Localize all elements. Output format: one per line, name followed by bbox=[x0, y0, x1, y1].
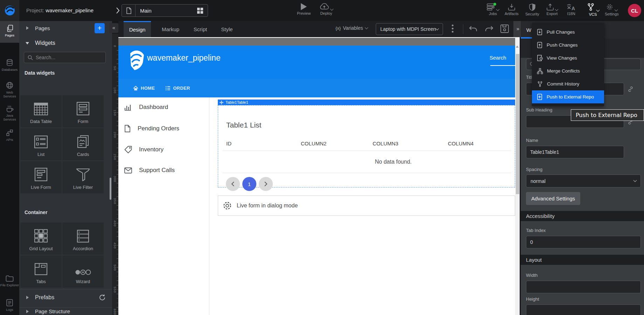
menu-item-dashboard[interactable]: Dashboard bbox=[124, 104, 168, 111]
menu-item-inventory[interactable]: Inventory bbox=[124, 146, 164, 153]
column-header-column2[interactable]: COLUMN2 bbox=[301, 141, 326, 146]
page-grid-icon[interactable] bbox=[197, 7, 203, 14]
name-field-label: Name bbox=[526, 138, 538, 143]
deploy-chevron-icon bbox=[330, 7, 334, 11]
tab-script[interactable]: Script bbox=[188, 21, 213, 37]
app-search-link[interactable]: Search bbox=[490, 55, 506, 61]
widget-tile-label: Wizard bbox=[76, 279, 90, 284]
export-button[interactable]: Export bbox=[546, 4, 558, 16]
rail-item-file-explorer[interactable]: File Explorer bbox=[0, 275, 19, 287]
data-table-icon bbox=[34, 102, 48, 116]
redo-button[interactable] bbox=[485, 25, 494, 33]
settings-button[interactable]: Settings bbox=[605, 3, 619, 16]
live-form-widget[interactable]: Live form in dialog mode bbox=[218, 196, 515, 216]
pagination-prev-button[interactable] bbox=[226, 177, 240, 191]
widget-tile-live-filter[interactable]: Live Filter bbox=[62, 161, 104, 193]
preview-button[interactable]: Preview bbox=[297, 3, 311, 15]
menu-item-support-calls[interactable]: Support Calls bbox=[124, 167, 175, 174]
canvas-scrollbar-thumb[interactable] bbox=[516, 54, 519, 194]
deploy-button[interactable]: Deploy bbox=[319, 3, 333, 15]
widget-tile-tabs[interactable]: Tabs bbox=[20, 255, 62, 288]
advanced-settings-button[interactable]: Advanced Settings bbox=[526, 192, 580, 205]
widget-tile-label: Grid Layout bbox=[29, 246, 53, 251]
collapsed-arrow-icon bbox=[26, 296, 29, 299]
live-form-label: Live form in dialog mode bbox=[237, 203, 298, 209]
rail-item-databases[interactable]: Databases bbox=[0, 59, 19, 71]
security-button[interactable]: Security bbox=[525, 4, 539, 16]
i18n-button[interactable]: A I18N bbox=[567, 4, 576, 16]
menu-item-push-changes[interactable]: Push Changes bbox=[532, 39, 604, 52]
preview-label: Preview bbox=[297, 11, 311, 15]
widget-tile-cards[interactable]: Cards bbox=[62, 128, 104, 160]
layout-section-header[interactable]: Layout bbox=[521, 255, 644, 265]
widget-tab[interactable]: W bbox=[526, 27, 531, 33]
menu-item-label: View Changes bbox=[547, 55, 577, 61]
tag-icon bbox=[124, 146, 132, 153]
settings-chevron-icon bbox=[615, 8, 618, 12]
tab-markup[interactable]: Markup bbox=[156, 21, 185, 37]
prefabs-section-header[interactable]: Prefabs bbox=[19, 289, 112, 306]
widgets-section-header[interactable]: Widgets bbox=[19, 36, 112, 50]
device-selector[interactable]: Laptop with MDPI Screen bbox=[376, 23, 443, 35]
menu-item-label: Pull Changes bbox=[547, 29, 575, 35]
add-page-button[interactable]: + bbox=[95, 23, 105, 33]
menu-item-merge-conflicts[interactable]: Merge Conflicts bbox=[532, 64, 604, 77]
widget-tile-grid-layout[interactable]: Grid Layout bbox=[20, 222, 62, 255]
height-input[interactable] bbox=[526, 304, 641, 315]
ruler-label: 350 bbox=[113, 198, 117, 204]
menu-item-push-to-external-repo[interactable]: Push to External Repo bbox=[532, 90, 604, 103]
save-button[interactable] bbox=[500, 24, 509, 33]
wavemaker-logo[interactable] bbox=[0, 0, 19, 21]
rail-item-pages[interactable]: Pages bbox=[0, 21, 19, 43]
widget-tile-data-table[interactable]: Data Table bbox=[20, 95, 62, 128]
app-logo[interactable] bbox=[127, 50, 146, 71]
column-header-column3[interactable]: COLUMN3 bbox=[373, 141, 398, 146]
menu-item-view-changes[interactable]: View Changes bbox=[532, 52, 604, 64]
artifacts-button[interactable]: Artifacts bbox=[505, 4, 519, 16]
undo-button[interactable] bbox=[469, 25, 478, 33]
tab-label: Style bbox=[221, 26, 233, 32]
widget-tile-list[interactable]: List bbox=[20, 128, 62, 160]
nav-item-order[interactable]: ORDER bbox=[165, 85, 190, 91]
pagination-next-button[interactable] bbox=[259, 177, 273, 191]
menu-item-commit-history[interactable]: Commit History bbox=[532, 77, 604, 90]
rail-item-logs[interactable]: Logs bbox=[0, 299, 19, 311]
table-title: Table1 List bbox=[226, 121, 261, 129]
menu-item-pull-changes[interactable]: Pull Changes bbox=[532, 26, 604, 39]
tab-style[interactable]: Style bbox=[216, 21, 238, 37]
widget-tile-accordion[interactable]: Accordion bbox=[62, 222, 104, 255]
scrollbar-up-arrow[interactable] bbox=[516, 46, 519, 48]
widget-tile-form[interactable]: Form bbox=[62, 95, 104, 128]
tab-index-input[interactable] bbox=[526, 236, 641, 248]
menu-item-pending-orders[interactable]: Pending Orders bbox=[124, 125, 179, 132]
tab-design[interactable]: Design bbox=[124, 21, 151, 37]
page-structure-header[interactable]: Page Structure bbox=[19, 307, 112, 315]
name-input[interactable] bbox=[526, 146, 624, 158]
user-avatar[interactable]: CL bbox=[628, 4, 641, 17]
page-selector[interactable]: Main bbox=[122, 4, 208, 17]
widget-search-input[interactable]: Search... bbox=[24, 52, 106, 63]
jobs-button[interactable]: Jobs bbox=[487, 4, 499, 16]
width-input[interactable] bbox=[526, 281, 641, 293]
rail-item-java-services[interactable]: Java Services bbox=[0, 105, 19, 121]
column-header-id[interactable]: ID bbox=[226, 141, 231, 146]
panel-scrollbar-thumb[interactable] bbox=[110, 178, 111, 200]
widget-tile-wizard[interactable]: Wizard bbox=[62, 255, 104, 288]
rail-item-web-services[interactable]: Web Services bbox=[0, 81, 19, 98]
pagination-page-1[interactable]: 1 bbox=[242, 177, 256, 191]
widget-tile-live-form[interactable]: Live Form bbox=[20, 161, 62, 193]
more-options-button[interactable] bbox=[452, 25, 453, 33]
rail-item-apis[interactable]: APIs bbox=[0, 129, 19, 142]
accessibility-section-header[interactable]: Accessibility bbox=[521, 211, 644, 221]
export-chevron-icon bbox=[555, 8, 559, 11]
variables-button[interactable]: {x} Variables bbox=[335, 25, 368, 31]
column-header-column4[interactable]: COLUMN4 bbox=[448, 141, 473, 146]
collapse-left-panel-button[interactable]: « bbox=[109, 23, 118, 33]
refresh-icon[interactable] bbox=[99, 294, 106, 301]
nav-item-home[interactable]: HOME bbox=[133, 85, 155, 91]
spacing-select[interactable]: normal bbox=[526, 174, 641, 187]
vcs-button[interactable]: VCS bbox=[587, 3, 599, 16]
design-canvas: wavemaker_pipeline Search HOME ORDER bbox=[118, 37, 515, 315]
bind-link-icon[interactable] bbox=[627, 86, 634, 93]
widget-selection-bar[interactable]: Table1Table1 bbox=[218, 100, 515, 105]
